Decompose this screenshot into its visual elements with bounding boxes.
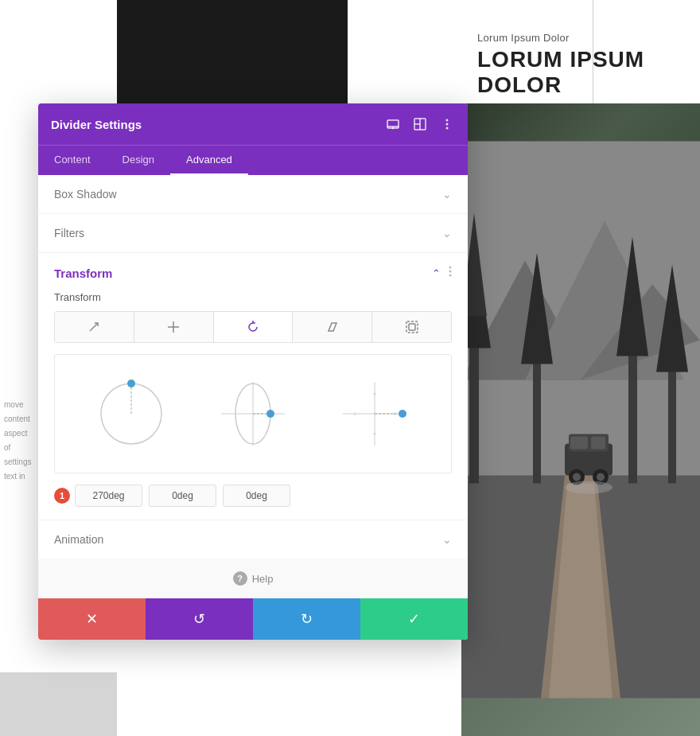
transform-visual-area [54, 354, 452, 473]
svg-line-37 [90, 323, 98, 331]
tab-advanced[interactable]: Advanced [170, 146, 248, 175]
help-row[interactable]: ? Help [38, 559, 468, 598]
action-bar: ✕ ↺ ↻ ✓ [38, 598, 468, 640]
svg-point-44 [127, 380, 135, 387]
tab-design[interactable]: Design [107, 146, 170, 175]
transform-header: Transform ⌃ [54, 266, 452, 280]
transform-value-1: 1 [54, 485, 142, 507]
panel-header: Divider Settings [38, 103, 468, 145]
transform-input-3[interactable] [223, 485, 290, 507]
svg-rect-8 [533, 356, 541, 484]
transform-section: Transform ⌃ Transform [38, 253, 468, 520]
svg-point-53 [399, 410, 406, 418]
bottom-gray-area [0, 672, 117, 736]
dark-image-area [117, 0, 348, 103]
panel-body: Box Shadow ⌄ Filters ⌄ Transform ⌃ [38, 175, 468, 598]
transform-btn-translate[interactable] [134, 312, 214, 342]
svg-rect-19 [591, 437, 605, 450]
origin-dial[interactable] [217, 378, 289, 450]
svg-rect-5 [469, 341, 479, 484]
filters-chevron: ⌄ [442, 227, 452, 239]
transform-btn-scale[interactable] [372, 312, 451, 342]
undo-button[interactable]: ↺ [146, 598, 253, 640]
panel-title: Divider Settings [51, 118, 142, 131]
transform-type-buttons [54, 311, 452, 343]
box-shadow-label: Box Shadow [54, 188, 117, 201]
svg-rect-12 [668, 364, 676, 484]
transform-input-1[interactable] [75, 485, 142, 507]
transform-collapse-icon[interactable]: ⌃ [432, 267, 441, 279]
transform-title: Transform [54, 267, 112, 280]
transform-more-icon[interactable] [449, 266, 452, 280]
svg-marker-40 [329, 323, 336, 331]
forest-image [461, 103, 700, 736]
svg-point-32 [446, 123, 449, 126]
help-icon: ? [233, 571, 247, 586]
left-sidebar-text: move content aspect of settings text in [0, 394, 36, 488]
help-label: Help [252, 573, 274, 585]
svg-point-22 [573, 473, 581, 481]
cancel-button[interactable]: ✕ [38, 598, 146, 640]
layout-icon[interactable] [412, 116, 428, 132]
transform-value-3 [223, 485, 290, 507]
redo-button[interactable]: ↻ [253, 598, 360, 640]
rotation-dial[interactable] [95, 378, 167, 450]
animation-label: Animation [54, 533, 103, 546]
transform-sub-label: Transform [54, 291, 452, 303]
svg-rect-10 [628, 349, 637, 484]
transform-btn-shear[interactable] [293, 312, 372, 342]
filters-label: Filters [54, 227, 84, 239]
transform-btn-rotate[interactable] [214, 312, 294, 342]
svg-rect-41 [406, 321, 418, 333]
transform-value-inputs: 1 [54, 485, 452, 507]
transform-value-2 [149, 485, 216, 507]
svg-rect-18 [570, 437, 588, 450]
svg-point-33 [446, 127, 449, 130]
svg-point-49 [266, 410, 274, 418]
filters-section[interactable]: Filters ⌄ [38, 214, 468, 253]
scale-dial[interactable] [339, 378, 410, 450]
svg-point-36 [449, 275, 452, 277]
svg-point-35 [449, 271, 452, 273]
value-badge-1: 1 [54, 488, 70, 504]
responsive-icon[interactable] [385, 116, 401, 132]
svg-point-34 [449, 267, 452, 269]
transform-btn-skew[interactable] [55, 312, 134, 342]
animation-section[interactable]: Animation ⌄ [38, 520, 468, 559]
svg-rect-42 [409, 324, 415, 330]
box-shadow-chevron: ⌄ [442, 188, 452, 201]
svg-point-27 [393, 128, 394, 129]
box-shadow-section[interactable]: Box Shadow ⌄ [38, 175, 468, 214]
svg-point-31 [446, 119, 449, 122]
panel-tabs: Content Design Advanced [38, 145, 468, 175]
right-title: LORUM IPSUM DOLOR [477, 47, 700, 98]
right-background: Lorum Ipsum Dolor LORUM IPSUM DOLOR [461, 0, 700, 736]
transform-input-2[interactable] [149, 485, 216, 507]
divider-settings-panel: Divider Settings [38, 103, 468, 640]
animation-chevron: ⌄ [442, 533, 452, 546]
svg-point-24 [565, 481, 612, 494]
svg-point-23 [597, 473, 605, 481]
save-button[interactable]: ✓ [360, 598, 468, 640]
right-content-area: Lorum Ipsum Dolor LORUM IPSUM DOLOR [477, 32, 700, 98]
more-icon[interactable] [439, 116, 455, 132]
tab-content[interactable]: Content [38, 146, 107, 175]
transform-header-right: ⌃ [432, 266, 452, 280]
header-icons [385, 116, 455, 132]
right-subtitle: Lorum Ipsum Dolor [477, 32, 700, 44]
